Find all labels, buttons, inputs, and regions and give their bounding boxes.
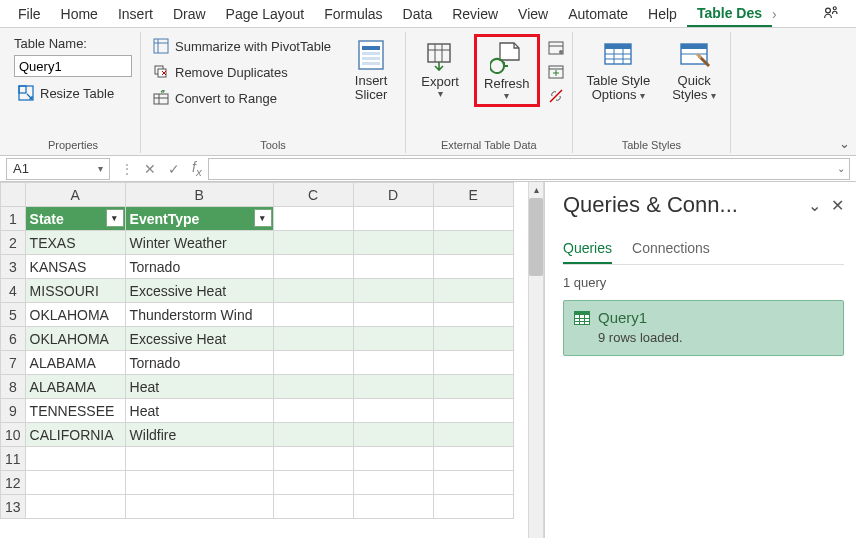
vertical-scrollbar[interactable]: ▴ — [528, 182, 544, 538]
formula-input[interactable]: ⌄ — [208, 158, 850, 180]
table-style-options-button[interactable]: Table StyleOptions ▾ — [581, 36, 657, 105]
table-row[interactable]: 8ALABAMAHeat — [1, 375, 514, 399]
panel-tab-connections[interactable]: Connections — [632, 236, 710, 264]
ribbon-content: Table Name: Resize Table Properties Summ… — [0, 28, 856, 156]
chevron-down-icon[interactable]: ⌄ — [808, 196, 821, 215]
properties-icon[interactable] — [548, 40, 564, 56]
group-properties: Table Name: Resize Table Properties — [6, 32, 141, 153]
col-header-D[interactable]: D — [353, 183, 433, 207]
table-header-state[interactable]: State▾ — [25, 207, 125, 231]
ribbon-tabs: File Home Insert Draw Page Layout Formul… — [0, 0, 856, 28]
insert-slicer-button[interactable]: InsertSlicer — [345, 36, 397, 105]
table-header-eventtype[interactable]: EventType▾ — [125, 207, 273, 231]
table-icon — [574, 311, 590, 325]
table-row[interactable]: 7ALABAMATornado — [1, 351, 514, 375]
tab-formulas[interactable]: Formulas — [314, 2, 392, 26]
svg-rect-3 — [19, 86, 26, 93]
svg-point-1 — [833, 7, 836, 10]
refresh-button[interactable]: Refresh ▾ — [476, 36, 538, 105]
svg-rect-11 — [154, 94, 168, 104]
main-area: A B C D E 1 State▾ EventType▾ 2TEXASWint… — [0, 182, 856, 538]
summarize-pivot-button[interactable]: Summarize with PivotTable — [149, 36, 335, 56]
table-row[interactable]: 9TENNESSEEHeat — [1, 399, 514, 423]
svg-rect-4 — [154, 39, 168, 53]
unlink-icon[interactable] — [548, 88, 564, 104]
table-row[interactable]: 3KANSASTornado — [1, 255, 514, 279]
table-row[interactable]: 6OKLAHOMAExcessive Heat — [1, 327, 514, 351]
enter-icon[interactable]: ✓ — [162, 161, 186, 177]
share-icon[interactable] — [814, 0, 848, 28]
open-browser-icon[interactable] — [548, 64, 564, 80]
tab-draw[interactable]: Draw — [163, 2, 216, 26]
col-header-C[interactable]: C — [273, 183, 353, 207]
chevron-down-icon: ▾ — [504, 91, 509, 101]
filter-icon[interactable]: ▾ — [106, 209, 124, 227]
remove-duplicates-button[interactable]: Remove Duplicates — [149, 62, 335, 82]
query-item[interactable]: Query1 9 rows loaded. — [563, 300, 844, 356]
group-tools-label: Tools — [149, 137, 397, 153]
chevron-down-icon: ▾ — [98, 163, 103, 174]
select-all-corner[interactable] — [1, 183, 26, 207]
fx-icon[interactable]: fx — [186, 159, 208, 178]
close-icon[interactable]: ✕ — [831, 196, 844, 215]
export-label: Export — [421, 74, 459, 89]
group-external-label: External Table Data — [414, 137, 564, 153]
tab-insert[interactable]: Insert — [108, 2, 163, 26]
table-row[interactable]: 11 — [1, 447, 514, 471]
svg-rect-39 — [575, 311, 590, 315]
convert-to-range-button[interactable]: Convert to Range — [149, 88, 335, 108]
separator: ⋮ — [120, 161, 134, 177]
sheet-area: A B C D E 1 State▾ EventType▾ 2TEXASWint… — [0, 182, 544, 538]
col-header-B[interactable]: B — [125, 183, 273, 207]
overflow-indicator: › — [772, 6, 777, 22]
table-row[interactable]: 5OKLAHOMAThunderstorm Wind — [1, 303, 514, 327]
tab-home[interactable]: Home — [51, 2, 108, 26]
name-box[interactable]: A1 ▾ — [6, 158, 110, 180]
svg-point-25 — [559, 50, 563, 54]
panel-tab-queries[interactable]: Queries — [563, 236, 612, 264]
spreadsheet[interactable]: A B C D E 1 State▾ EventType▾ 2TEXASWint… — [0, 182, 514, 519]
resize-table-label: Resize Table — [40, 86, 114, 101]
tab-data[interactable]: Data — [393, 2, 443, 26]
svg-rect-30 — [605, 44, 631, 49]
col-header-E[interactable]: E — [433, 183, 513, 207]
tab-table-design[interactable]: Table Des — [687, 1, 772, 27]
svg-rect-17 — [362, 57, 380, 60]
cancel-icon[interactable]: ✕ — [138, 161, 162, 177]
resize-table-button[interactable]: Resize Table — [14, 83, 132, 103]
panel-title: Queries & Conn... — [563, 192, 798, 218]
col-header-A[interactable]: A — [25, 183, 125, 207]
table-row[interactable]: 13 — [1, 495, 514, 519]
tab-file[interactable]: File — [8, 2, 51, 26]
table-row[interactable]: 2TEXASWinter Weather — [1, 231, 514, 255]
svg-rect-18 — [362, 62, 380, 65]
scroll-thumb[interactable] — [529, 198, 543, 276]
table-row[interactable]: 1 State▾ EventType▾ — [1, 207, 514, 231]
tab-page-layout[interactable]: Page Layout — [216, 2, 315, 26]
quick-styles-button[interactable]: QuickStyles ▾ — [666, 36, 722, 105]
group-table-styles: Table StyleOptions ▾ QuickStyles ▾ Table… — [573, 32, 732, 153]
tab-view[interactable]: View — [508, 2, 558, 26]
table-row[interactable]: 4MISSOURIExcessive Heat — [1, 279, 514, 303]
table-row[interactable]: 10CALIFORNIAWildfire — [1, 423, 514, 447]
query-item-status: 9 rows loaded. — [598, 330, 833, 345]
tab-automate[interactable]: Automate — [558, 2, 638, 26]
group-styles-label: Table Styles — [581, 137, 723, 153]
table-name-input[interactable] — [14, 55, 132, 77]
svg-rect-8 — [158, 69, 166, 77]
collapse-ribbon-icon[interactable]: ⌄ — [839, 136, 850, 151]
tab-review[interactable]: Review — [442, 2, 508, 26]
filter-icon[interactable]: ▾ — [254, 209, 272, 227]
svg-rect-36 — [681, 44, 707, 49]
svg-rect-19 — [428, 44, 450, 62]
table-name-label: Table Name: — [14, 36, 132, 51]
remove-dups-label: Remove Duplicates — [175, 65, 288, 80]
row-header[interactable]: 1 — [1, 207, 26, 231]
chevron-down-icon: ⌄ — [837, 163, 845, 174]
scroll-up-icon[interactable]: ▴ — [529, 182, 543, 198]
tab-help[interactable]: Help — [638, 2, 687, 26]
group-external-data: Export ▾ Refresh ▾ External Table Data — [406, 32, 573, 153]
svg-point-0 — [826, 8, 831, 13]
export-button[interactable]: Export ▾ — [414, 36, 466, 101]
table-row[interactable]: 12 — [1, 471, 514, 495]
